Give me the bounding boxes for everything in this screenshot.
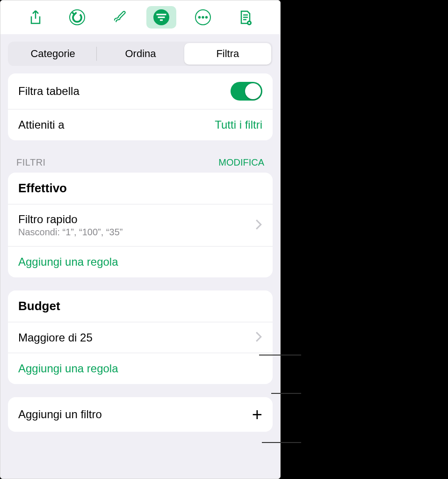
undo-icon [69, 9, 85, 25]
row-add-rule-budget[interactable]: Aggiungi una regola [8, 353, 273, 384]
more-button[interactable] [188, 6, 218, 29]
document-icon [237, 9, 253, 25]
brush-button[interactable] [104, 6, 134, 29]
svg-point-10 [248, 22, 250, 24]
filter-button[interactable] [146, 6, 176, 29]
quick-filter-sub: Nascondi: “1”, “100”, “35” [18, 227, 255, 238]
add-rule-effettivo-label: Aggiungi una regola [18, 255, 262, 269]
filter-table-toggle[interactable] [231, 82, 262, 101]
callout-line [271, 393, 301, 394]
toolbar [0, 0, 280, 34]
svg-point-5 [205, 16, 208, 18]
row-effettivo-title: Effettivo [8, 173, 273, 204]
group-add-filter: Aggiungi un filtro + [8, 397, 273, 432]
tab-ordina[interactable]: Ordina [97, 43, 184, 65]
brush-icon [111, 9, 127, 25]
row-budget-title: Budget [8, 290, 273, 322]
share-button[interactable] [21, 6, 51, 29]
segment-control: Categorie Ordina Filtra [8, 42, 273, 66]
callout-line [262, 442, 301, 443]
document-button[interactable] [230, 6, 260, 29]
svg-point-3 [198, 16, 201, 18]
group-filter-table: Filtra tabella Attieniti a Tutti i filtr… [8, 73, 273, 140]
add-rule-budget-label: Aggiungi una regola [18, 362, 262, 375]
row-filter-table: Filtra tabella [8, 73, 273, 109]
plus-icon: + [252, 406, 262, 423]
tab-categorie[interactable]: Categorie [9, 43, 96, 65]
quick-filter-label: Filtro rapido [18, 213, 255, 226]
share-icon [28, 9, 43, 25]
row-adhere[interactable]: Attieniti a Tutti i filtri [8, 109, 273, 140]
filter-panel: Categorie Ordina Filtra Filtra tabella A… [0, 0, 281, 479]
row-add-filter[interactable]: Aggiungi un filtro + [8, 397, 273, 432]
add-filter-label: Aggiungi un filtro [18, 408, 252, 421]
chevron-right-icon [255, 331, 262, 344]
filter-table-label: Filtra tabella [18, 85, 231, 98]
callout-line [259, 355, 301, 356]
adhere-label: Attieniti a [18, 118, 215, 131]
group-budget: Budget Maggiore di 25 Aggiungi una regol… [8, 290, 273, 384]
section-edit-button[interactable]: MODIFICA [218, 157, 264, 168]
segment-control-wrap: Categorie Ordina Filtra [0, 34, 280, 73]
budget-title: Budget [18, 299, 262, 313]
section-title: FILTRI [16, 157, 46, 168]
more-icon [195, 9, 211, 25]
toggle-knob [245, 83, 261, 99]
section-header-filtri: FILTRI MODIFICA [0, 153, 280, 173]
tab-filtra[interactable]: Filtra [184, 43, 271, 65]
chevron-right-icon [255, 219, 262, 232]
filter-icon [153, 9, 169, 25]
row-add-rule-effettivo[interactable]: Aggiungi una regola [8, 247, 273, 277]
svg-point-4 [202, 16, 204, 18]
effettivo-title: Effettivo [18, 181, 262, 196]
adhere-value: Tutti i filtri [215, 118, 262, 131]
group-effettivo: Effettivo Filtro rapido Nascondi: “1”, “… [8, 173, 273, 277]
undo-button[interactable] [62, 6, 92, 29]
budget-rule1-label: Maggiore di 25 [18, 331, 255, 344]
row-quick-filter[interactable]: Filtro rapido Nascondi: “1”, “100”, “35” [8, 204, 273, 247]
row-budget-rule1[interactable]: Maggiore di 25 [8, 322, 273, 353]
